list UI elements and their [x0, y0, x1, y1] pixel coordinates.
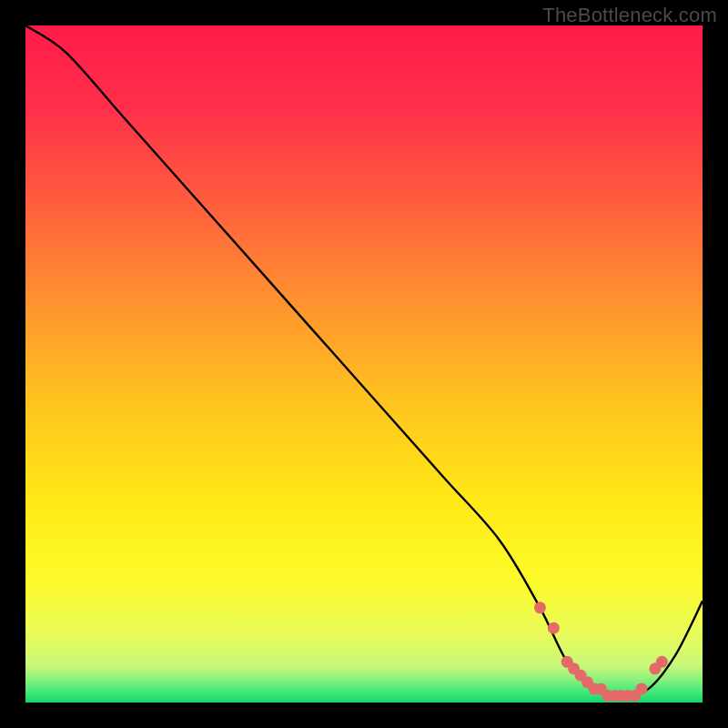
highlight-dot [534, 602, 546, 613]
plot-area [25, 25, 703, 703]
highlight-dots-group [534, 602, 668, 702]
highlight-dot [636, 683, 648, 695]
curve-layer [25, 25, 703, 703]
chart-stage: TheBottleneck.com [0, 0, 728, 728]
watermark-text: TheBottleneck.com [542, 4, 717, 27]
highlight-dot [656, 656, 668, 668]
highlight-dot [548, 622, 560, 634]
bottleneck-curve [25, 25, 703, 696]
